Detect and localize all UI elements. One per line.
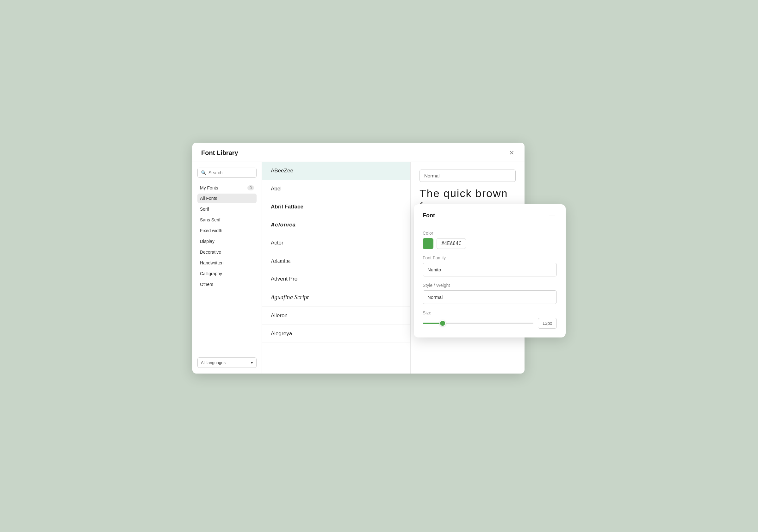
panel-header: Font —: [423, 212, 557, 224]
dialog-header: Font Library ✕: [192, 143, 525, 162]
close-button[interactable]: ✕: [508, 148, 516, 157]
font-family-section: Font Family: [423, 255, 557, 277]
font-item-alegreya[interactable]: Alegreya: [262, 325, 410, 343]
color-label: Color: [423, 231, 557, 236]
style-selector[interactable]: Normal: [420, 170, 516, 182]
category-fixed-width[interactable]: Fixed width: [197, 226, 257, 235]
dialog-title: Font Library: [201, 149, 238, 156]
search-input[interactable]: [208, 170, 253, 175]
style-selector-wrap: Normal: [420, 170, 516, 182]
size-value[interactable]: 13px: [538, 318, 557, 329]
color-swatch[interactable]: [423, 238, 433, 249]
category-calligraphy[interactable]: Calligraphy: [197, 269, 257, 278]
font-item-aguafina-script[interactable]: Aguafina Script: [262, 288, 410, 307]
category-sans-serif[interactable]: Sans Serif: [197, 215, 257, 224]
category-display[interactable]: Display: [197, 237, 257, 246]
category-others[interactable]: Others: [197, 280, 257, 289]
font-family-label: Font Family: [423, 255, 557, 260]
font-item-adamina[interactable]: Adamina: [262, 252, 410, 270]
category-all-fonts[interactable]: All Fonts: [197, 194, 257, 203]
language-label: All languages: [201, 360, 225, 365]
font-item-abeezee[interactable]: ABeeZee: [262, 162, 410, 180]
category-handwritten[interactable]: Handwritten: [197, 258, 257, 268]
size-label: Size: [423, 310, 557, 316]
category-serif[interactable]: Serif: [197, 204, 257, 214]
font-item-actor[interactable]: Actor: [262, 234, 410, 252]
style-weight-label: Style / Weight: [423, 283, 557, 288]
panel-title: Font: [423, 212, 435, 219]
style-weight-input[interactable]: [423, 290, 557, 304]
category-decorative[interactable]: Decorative: [197, 247, 257, 257]
font-item-aileron[interactable]: Aileron: [262, 307, 410, 325]
font-item-abril-fatface[interactable]: Abril Fatface: [262, 198, 410, 216]
my-fonts-item[interactable]: My Fonts 0: [197, 183, 257, 192]
search-icon: 🔍: [201, 170, 206, 175]
font-item-aclonica[interactable]: Aclonica: [262, 216, 410, 234]
color-row: #4EA64C: [423, 238, 557, 249]
font-item-abel[interactable]: Abel: [262, 180, 410, 198]
size-section: Size 13px: [423, 310, 557, 329]
font-list: ABeeZee Abel Abril Fatface Aclonica Acto…: [262, 162, 411, 374]
my-fonts-badge: 0: [247, 185, 254, 190]
scene: Font Library ✕ 🔍 My Fonts 0 All Fonts Se…: [192, 143, 566, 389]
size-slider-wrap: [423, 320, 534, 326]
color-section: Color #4EA64C: [423, 231, 557, 249]
my-fonts-label: My Fonts: [200, 185, 218, 190]
font-panel: Font — Color #4EA64C Font Family Style /…: [414, 204, 566, 338]
minimize-button[interactable]: —: [547, 212, 557, 219]
style-weight-section: Style / Weight: [423, 283, 557, 304]
sidebar: 🔍 My Fonts 0 All Fonts Serif Sans Serif …: [192, 162, 262, 374]
search-box[interactable]: 🔍: [197, 168, 257, 178]
size-row: 13px: [423, 318, 557, 329]
font-item-advent-pro[interactable]: Advent Pro: [262, 270, 410, 288]
language-select[interactable]: All languages ▾: [197, 357, 257, 368]
chevron-down-icon: ▾: [251, 360, 253, 365]
language-select-wrap: All languages ▾: [197, 353, 257, 368]
color-value[interactable]: #4EA64C: [436, 238, 466, 249]
font-family-input[interactable]: [423, 263, 557, 277]
